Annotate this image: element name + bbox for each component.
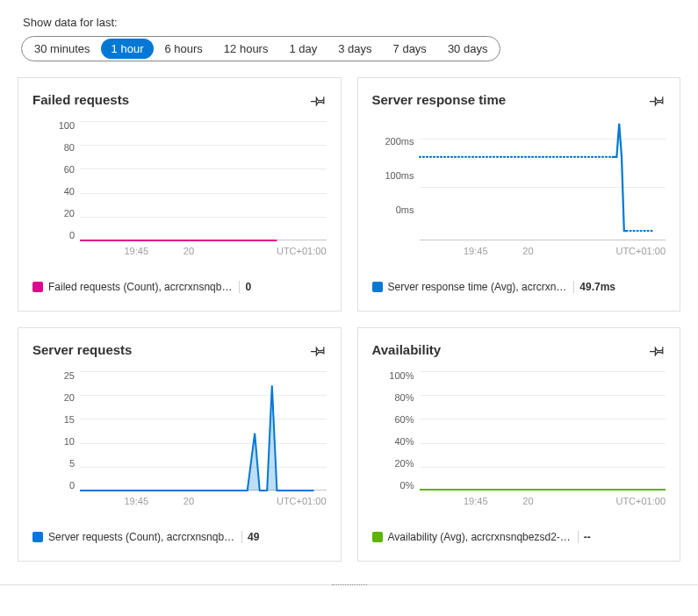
pill-6-hours[interactable]: 6 hours bbox=[154, 39, 212, 59]
card-title: Server requests bbox=[32, 342, 132, 357]
pill-12-hours[interactable]: 12 hours bbox=[213, 39, 279, 59]
pill-7-days[interactable]: 7 days bbox=[383, 39, 437, 59]
legend-swatch bbox=[372, 282, 383, 292]
timezone-label: UTC+01:00 bbox=[615, 496, 666, 506]
card-title: Failed requests bbox=[32, 92, 129, 107]
x-tick: 20 bbox=[522, 496, 533, 506]
pill-30-days[interactable]: 30 days bbox=[437, 39, 499, 59]
time-filter-label: Show data for last: bbox=[23, 16, 680, 29]
card-server-response-time: Server response time 200ms 100ms 0ms bbox=[357, 77, 681, 312]
x-tick: 19:45 bbox=[124, 496, 148, 506]
pill-30-minutes[interactable]: 30 minutes bbox=[24, 39, 101, 59]
timezone-label: UTC+01:00 bbox=[277, 496, 327, 506]
y-axis-labels: 100 80 60 40 20 0 bbox=[32, 121, 80, 240]
chart-availability[interactable]: 100% 80% 60% 40% 20% 0% 19:45 bbox=[372, 371, 666, 512]
x-tick: 20 bbox=[522, 246, 533, 256]
legend-text: Server response time (Avg), acrcrxn… bbox=[388, 281, 567, 293]
chart-failed-requests[interactable]: 100 80 60 40 20 0 bbox=[32, 121, 327, 261]
x-tick: 20 bbox=[183, 246, 194, 256]
x-tick: 19:45 bbox=[124, 246, 148, 256]
chart-server-response-time[interactable]: 200ms 100ms 0ms 19:45 20 bbox=[372, 121, 666, 261]
x-tick: 19:45 bbox=[464, 246, 488, 256]
legend-row: Server response time (Avg), acrcrxn… 49.… bbox=[372, 281, 666, 293]
pin-icon[interactable] bbox=[650, 92, 666, 111]
legend-row: Availability (Avg), acrcrxnsnqbezsd2-… -… bbox=[372, 531, 666, 543]
drag-handle-icon bbox=[332, 584, 367, 585]
timezone-label: UTC+01:00 bbox=[277, 246, 327, 256]
time-range-pills: 30 minutes 1 hour 6 hours 12 hours 1 day… bbox=[21, 36, 500, 61]
timezone-label: UTC+01:00 bbox=[615, 246, 666, 256]
legend-text: Failed requests (Count), acrcrxnsnqb… bbox=[48, 281, 232, 293]
legend-value: -- bbox=[578, 531, 591, 543]
panel-resize-bar[interactable] bbox=[0, 584, 698, 593]
legend-value: 49.7ms bbox=[573, 281, 615, 293]
legend-text: Server requests (Count), acrcrxnsnqb… bbox=[48, 531, 234, 543]
pin-icon[interactable] bbox=[311, 342, 327, 361]
pill-1-hour[interactable]: 1 hour bbox=[101, 39, 155, 59]
y-axis-labels: 100% 80% 60% 40% 20% 0% bbox=[372, 371, 420, 491]
card-title: Server response time bbox=[372, 92, 507, 107]
legend-swatch bbox=[32, 282, 43, 292]
legend-text: Availability (Avg), acrcrxnsnqbezsd2-… bbox=[388, 531, 571, 543]
card-server-requests: Server requests 25 20 15 10 5 0 bbox=[18, 327, 342, 562]
pin-icon[interactable] bbox=[650, 342, 666, 361]
card-failed-requests: Failed requests 100 80 60 40 20 0 bbox=[18, 77, 342, 312]
legend-value: 0 bbox=[239, 281, 251, 293]
pill-1-day[interactable]: 1 day bbox=[278, 39, 327, 59]
pill-3-days[interactable]: 3 days bbox=[327, 39, 382, 59]
y-axis-labels: 200ms 100ms 0ms bbox=[372, 137, 420, 240]
x-tick: 19:45 bbox=[464, 496, 488, 506]
y-axis-labels: 25 20 15 10 5 0 bbox=[32, 371, 80, 491]
legend-row: Server requests (Count), acrcrxnsnqb… 49 bbox=[32, 531, 327, 543]
chart-server-requests[interactable]: 25 20 15 10 5 0 bbox=[32, 371, 327, 512]
card-availability: Availability 100% 80% 60% 40% 20% 0% bbox=[357, 327, 681, 562]
legend-swatch bbox=[372, 532, 383, 542]
legend-row: Failed requests (Count), acrcrxnsnqb… 0 bbox=[32, 281, 327, 293]
pin-icon[interactable] bbox=[311, 92, 327, 111]
legend-swatch bbox=[32, 532, 43, 542]
legend-value: 49 bbox=[241, 531, 259, 543]
card-title: Availability bbox=[372, 342, 442, 357]
x-tick: 20 bbox=[183, 496, 194, 506]
